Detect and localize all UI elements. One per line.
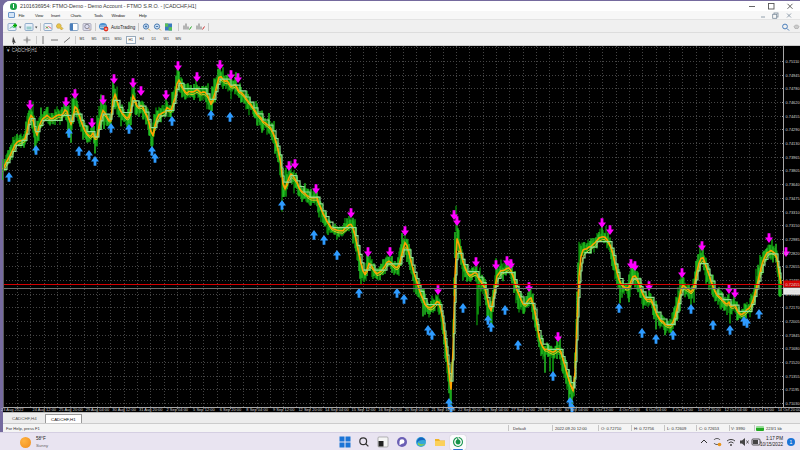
svg-text:28 Sep 20:00: 28 Sep 20:00 bbox=[538, 407, 563, 412]
svg-text:0.71195: 0.71195 bbox=[786, 387, 800, 392]
svg-text:15 Sep 12:00: 15 Sep 12:00 bbox=[352, 407, 377, 412]
svg-text:3 Oct 12:00: 3 Oct 12:00 bbox=[593, 407, 614, 412]
svg-text:5 Sep 12:00: 5 Sep 12:00 bbox=[193, 407, 215, 412]
svg-text:6 Oct 04:00: 6 Oct 04:00 bbox=[646, 407, 667, 412]
svg-text:6 Sep 20:00: 6 Sep 20:00 bbox=[220, 407, 242, 412]
svg-text:0.72005: 0.72005 bbox=[786, 319, 800, 324]
svg-text:7 Oct 12:00: 7 Oct 12:00 bbox=[672, 407, 693, 412]
svg-text:30 Aug 12:00: 30 Aug 12:00 bbox=[112, 407, 136, 412]
svg-text:25 Aug 20:00: 25 Aug 20:00 bbox=[59, 407, 83, 412]
svg-text:0.71355: 0.71355 bbox=[786, 374, 800, 379]
svg-text:4 Oct 20:00: 4 Oct 20:00 bbox=[619, 407, 640, 412]
svg-text:13 Oct 12:00: 13 Oct 12:00 bbox=[751, 407, 775, 412]
svg-text:0.71680: 0.71680 bbox=[786, 346, 800, 351]
svg-text:0.72985: 0.72985 bbox=[786, 237, 800, 242]
svg-text:0.74620: 0.74620 bbox=[786, 100, 800, 105]
svg-text:21 Sep 12:00: 21 Sep 12:00 bbox=[431, 407, 456, 412]
svg-text:0.73150: 0.73150 bbox=[786, 223, 800, 228]
svg-text:23 Aug 2022: 23 Aug 2022 bbox=[1, 407, 24, 412]
svg-text:▼ CADCHF,H1: ▼ CADCHF,H1 bbox=[6, 48, 37, 53]
svg-text:0.73310: 0.73310 bbox=[786, 210, 800, 215]
svg-text:0.73965: 0.73965 bbox=[786, 155, 800, 160]
svg-text:14 Sep 04:00: 14 Sep 04:00 bbox=[325, 407, 350, 412]
svg-text:29 Aug 04:00: 29 Aug 04:00 bbox=[86, 407, 110, 412]
svg-text:0.72655: 0.72655 bbox=[786, 264, 800, 269]
svg-text:0.71520: 0.71520 bbox=[786, 360, 800, 365]
svg-text:0.74130: 0.74130 bbox=[786, 141, 800, 146]
svg-text:0.72455: 0.72455 bbox=[786, 282, 800, 287]
svg-text:26 Sep 04:00: 26 Sep 04:00 bbox=[485, 407, 510, 412]
svg-text:2 Sep 04:00: 2 Sep 04:00 bbox=[167, 407, 189, 412]
svg-text:12 Oct 04:00: 12 Oct 04:00 bbox=[724, 407, 748, 412]
svg-text:9 Sep 12:00: 9 Sep 12:00 bbox=[273, 407, 295, 412]
svg-text:22 Sep 20:00: 22 Sep 20:00 bbox=[458, 407, 483, 412]
svg-text:0.71030: 0.71030 bbox=[786, 401, 800, 406]
svg-text:12 Sep 20:00: 12 Sep 20:00 bbox=[298, 407, 323, 412]
svg-text:0.73475: 0.73475 bbox=[786, 196, 800, 201]
svg-text:31 Aug 20:00: 31 Aug 20:00 bbox=[139, 407, 163, 412]
svg-text:0.74780: 0.74780 bbox=[786, 86, 800, 91]
svg-text:20 Sep 04:00: 20 Sep 04:00 bbox=[405, 407, 430, 412]
svg-text:0.75110: 0.75110 bbox=[786, 59, 800, 64]
svg-text:0.72420: 0.72420 bbox=[786, 289, 800, 294]
svg-text:0.72170: 0.72170 bbox=[786, 305, 800, 310]
svg-text:0.73640: 0.73640 bbox=[786, 182, 800, 187]
svg-text:0.74455: 0.74455 bbox=[786, 114, 800, 119]
svg-text:14 Oct 20:00: 14 Oct 20:00 bbox=[778, 407, 800, 412]
svg-text:0.74290: 0.74290 bbox=[786, 127, 800, 132]
svg-text:24 Aug 12:00: 24 Aug 12:00 bbox=[33, 407, 57, 412]
svg-text:8 Sep 04:00: 8 Sep 04:00 bbox=[246, 407, 268, 412]
svg-text:30 Sep 04:00: 30 Sep 04:00 bbox=[564, 407, 589, 412]
svg-text:AutoTrading: AutoTrading bbox=[111, 25, 136, 30]
svg-text:10 Oct 20:00: 10 Oct 20:00 bbox=[698, 407, 722, 412]
svg-text:0.73805: 0.73805 bbox=[786, 168, 800, 173]
svg-text:16 Sep 20:00: 16 Sep 20:00 bbox=[378, 407, 403, 412]
svg-text:27 Sep 12:00: 27 Sep 12:00 bbox=[511, 407, 536, 412]
svg-text:0.74945: 0.74945 bbox=[786, 73, 800, 78]
svg-text:0.72820: 0.72820 bbox=[786, 251, 800, 256]
svg-text:0.71845: 0.71845 bbox=[786, 333, 800, 338]
